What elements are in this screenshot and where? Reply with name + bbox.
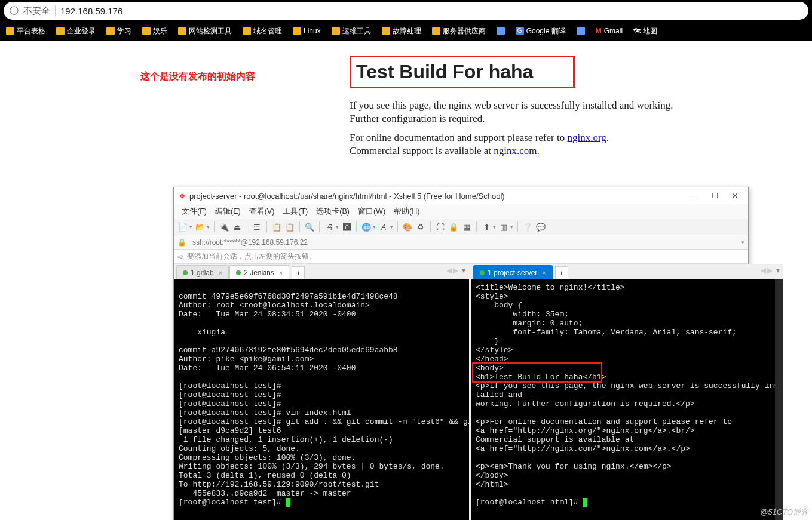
nginx-link-com[interactable]: nginx.com [494, 145, 537, 156]
lock-icon[interactable]: 🔒 [448, 221, 459, 232]
address-input-wrap[interactable]: ⓘ 不安全 192.168.59.176 [4, 2, 808, 20]
font-panel-icon[interactable]: 🅰 [341, 221, 352, 232]
tab-menu-icon[interactable]: ▾ [776, 266, 780, 275]
ssh-url-input[interactable]: ssh://root:******@192.168.59.176:22 [190, 237, 739, 248]
copy-icon[interactable]: 📋 [271, 221, 282, 232]
status-dot-icon [236, 270, 241, 275]
xshell-icon: ❖ [179, 192, 186, 201]
tab-next-icon[interactable]: ▶ [453, 266, 458, 275]
font-a-icon[interactable]: A [378, 221, 389, 232]
folder-icon [142, 27, 151, 35]
bookmark-label: 平台表格 [17, 26, 45, 36]
menu-item[interactable]: 查看(V) [246, 205, 278, 218]
transparent-icon[interactable]: ▦ [461, 221, 472, 232]
tab-menu-icon[interactable]: ▾ [462, 266, 465, 275]
close-tab-icon[interactable]: × [277, 269, 283, 276]
paste-icon[interactable]: 📋 [284, 221, 295, 232]
info-icon[interactable]: ⓘ [10, 5, 19, 17]
ssh-address-bar: 🔒 ssh://root:******@192.168.59.176:22 ▾ [174, 235, 748, 250]
upload-icon[interactable]: ⬆ [481, 221, 492, 232]
fullscreen-icon[interactable]: ⛶ [435, 221, 446, 232]
refresh-icon[interactable]: ♻ [415, 221, 426, 232]
layout-icon[interactable]: ▥ [498, 221, 509, 232]
bookmark-item[interactable]: 企业登录 [56, 26, 96, 36]
help-icon[interactable]: ❔ [522, 221, 533, 232]
nginx-p2: For online documentation and support ple… [350, 131, 705, 158]
print-icon[interactable]: 🖨 [324, 221, 335, 232]
right-terminal[interactable]: <title>Welcome to nginx!</title> <style>… [471, 279, 783, 520]
disconnect-icon[interactable]: ⏏ [232, 221, 243, 232]
properties-icon[interactable]: ☰ [252, 221, 262, 232]
minimize-button[interactable]: ─ [686, 190, 703, 202]
terminal-scrollbar[interactable] [775, 279, 783, 520]
bookmark-item[interactable]: 学习 [106, 26, 131, 36]
menu-item[interactable]: 帮助(H) [391, 205, 422, 218]
bookmark-item[interactable]: 网站检测工具 [178, 26, 232, 36]
bookmark-item[interactable]: 故障处理 [382, 26, 421, 36]
toolbar: 📄▾ 📂▾ 🔌 ⏏ ☰ 📋 📋 🔍 🖨▾ 🅰 🌐▾ A▾ 🎨 ♻ ⛶ 🔒 [174, 219, 748, 235]
bookmark-item[interactable]: 平台表格 [6, 26, 45, 36]
right-tab-strip: 1 project-server× + ◀▶▾ [471, 264, 783, 279]
terminal-tab[interactable]: 1 project-server× [473, 265, 553, 279]
close-tab-icon[interactable]: × [540, 269, 546, 276]
bookmark-item[interactable]: MGmail [596, 27, 623, 35]
bookmark-item[interactable]: 运维工具 [332, 26, 371, 36]
reconnect-icon[interactable]: 🔌 [219, 221, 229, 232]
left-terminal-pane: 1 gitlab×2 Jenkins× + ◀▶▾ commit 4979e5e… [174, 264, 469, 520]
chat-icon[interactable]: 💬 [535, 221, 546, 232]
bookmark-label: 地图 [643, 26, 657, 36]
terminals-split: 1 gitlab×2 Jenkins× + ◀▶▾ commit 4979e5e… [174, 264, 748, 520]
bookmark-label: Google 翻译 [526, 26, 566, 36]
folder-icon [332, 27, 340, 35]
terminal-tab[interactable]: 1 gitlab× [176, 265, 229, 279]
new-session-icon[interactable]: 📄 [177, 221, 188, 232]
bookmark-item[interactable]: 域名管理 [243, 26, 282, 36]
close-button[interactable]: ✕ [727, 190, 743, 202]
menu-item[interactable]: 选项卡(B) [313, 205, 353, 218]
nginx-link-org[interactable]: nginx.org [567, 132, 606, 143]
new-tab-button[interactable]: + [555, 266, 568, 279]
window-title: project-server - root@localhost:/usr/sha… [189, 192, 682, 201]
open-folder-icon[interactable]: 📂 [195, 221, 206, 232]
tab-prev-icon[interactable]: ◀ [446, 266, 452, 275]
terminal-tab[interactable]: 2 Jenkins× [229, 265, 289, 279]
new-tab-button[interactable]: + [292, 266, 305, 279]
folder-icon [56, 27, 65, 35]
bookmark-item[interactable]: GGoogle 翻译 [516, 26, 566, 36]
add-hint-text: 要添加当前会话，点击左侧的箭头按钮。 [187, 251, 316, 261]
folder-icon [293, 27, 301, 35]
menu-item[interactable]: 编辑(E) [212, 205, 244, 218]
menu-item[interactable]: 文件(F) [179, 205, 210, 218]
xshell-window: ❖ project-server - root@localhost:/usr/s… [173, 187, 749, 520]
map-icon: 🗺 [633, 27, 641, 35]
left-terminal[interactable]: commit 4979e5e69f6768d30f2497a591b1e4d71… [174, 279, 469, 520]
tab-label: 2 Jenkins [244, 269, 274, 277]
status-dot-icon [183, 270, 188, 275]
find-icon[interactable]: 🔍 [304, 221, 315, 232]
bookmark-item[interactable]: 娱乐 [142, 26, 167, 36]
ssh-dropdown-icon[interactable]: ▾ [741, 239, 744, 245]
bookmark-label: Linux [304, 27, 321, 35]
nginx-welcome-block: Test Build For haha If you see this page… [350, 56, 705, 164]
menu-item[interactable]: 工具(T) [280, 205, 311, 218]
folder-icon [178, 27, 186, 35]
tab-next-icon[interactable]: ▶ [767, 266, 773, 275]
close-tab-icon[interactable]: × [217, 269, 222, 276]
menu-item[interactable]: 窗口(W) [355, 205, 388, 218]
bookmark-item[interactable]: Linux [293, 27, 321, 35]
g-icon: G [516, 27, 524, 35]
url-text[interactable]: 192.168.59.176 [60, 6, 122, 16]
globe-icon[interactable]: 🌐 [361, 221, 372, 232]
bookmark-item[interactable] [497, 27, 505, 35]
bookmark-item[interactable] [577, 27, 585, 35]
color-icon[interactable]: 🎨 [402, 221, 413, 232]
maximize-button[interactable]: ☐ [706, 190, 723, 202]
bookmark-item[interactable]: 服务器供应商 [432, 26, 486, 36]
bookmark-item[interactable]: 🗺地图 [633, 26, 657, 36]
folder-icon [432, 27, 440, 35]
browser-address-bar: ⓘ 不安全 192.168.59.176 [0, 0, 812, 21]
bookmark-label: 网站检测工具 [189, 26, 232, 36]
window-titlebar[interactable]: ❖ project-server - root@localhost:/usr/s… [174, 187, 748, 204]
tab-prev-icon[interactable]: ◀ [761, 266, 766, 275]
add-arrow-icon[interactable]: ➩ [177, 253, 183, 261]
